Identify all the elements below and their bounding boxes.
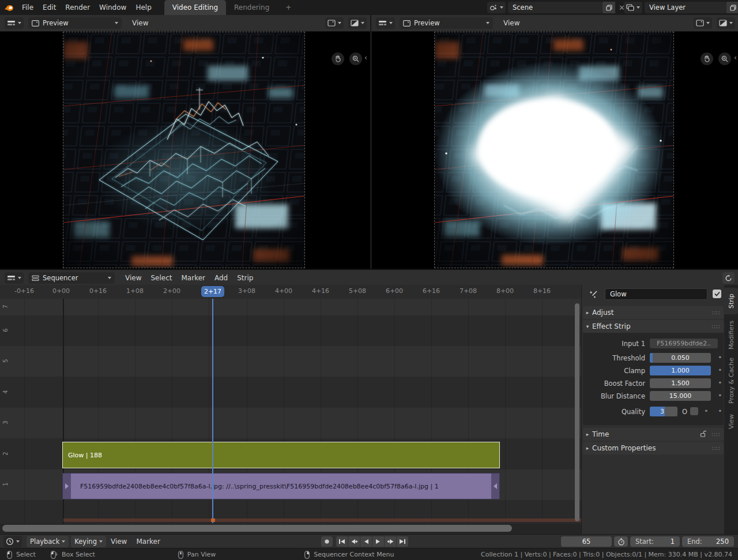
view-layer-new-copy-button[interactable] [726,2,738,13]
clamp-slider[interactable]: 1.000 [650,366,711,375]
lock-open-icon[interactable] [700,430,706,439]
overlay-toggle-button[interactable] [717,17,735,29]
quality-label: Quality [583,408,645,416]
pan-hand-gizmo[interactable] [701,52,713,65]
keying-popover[interactable]: Keying [71,536,106,547]
horizontal-scrollbar-thumb[interactable] [2,525,512,532]
preview-mode-dropdown[interactable]: Preview [28,17,122,29]
panel-adjust[interactable]: ▸ Adjust ∷∷ [583,306,724,319]
sequencer-menu-strip[interactable]: Strip [232,274,258,282]
display-channels-button[interactable] [694,17,712,29]
image-strip[interactable]: F516959bdfde2408eb8ee4c0bf57f8a6a-l.jpg:… [62,473,500,499]
sequencer-menu-view[interactable]: View [121,274,146,282]
zoom-gizmo[interactable] [349,52,362,65]
pan-hand-gizmo[interactable] [332,52,344,65]
strip-enable-checkbox[interactable] [713,290,721,298]
previous-keyframe-button[interactable] [348,536,360,547]
glow-effect-strip[interactable]: Glow | 188 [62,442,500,468]
record-button[interactable] [321,536,333,547]
quality-slider[interactable]: 3 [650,407,677,416]
animate-dot[interactable]: • [718,391,722,400]
blur-distance-field[interactable]: 15.000 [650,391,711,401]
playhead-range-marker [211,518,215,522]
animate-dot[interactable]: • [718,353,722,362]
view-layer-browse-button[interactable] [624,2,642,13]
panel-drag-grip[interactable]: ∷∷ [711,310,720,316]
editor-type-button[interactable] [5,272,24,284]
only-boost-checkbox[interactable] [690,407,698,415]
blender-logo-icon[interactable] [0,3,17,12]
playback-bar: Playback Keying View Marker [0,534,738,548]
sidebar-collapse-arrow[interactable]: ‹ [364,54,367,62]
frame-start-field[interactable]: Start: 1 [630,536,680,547]
timeline-ruler[interactable]: -0+16 0+00 0+16 1+08 2+00 3+08 4+00 4+16… [0,285,581,299]
sequencer-menu-add[interactable]: Add [210,274,232,282]
editor-type-button[interactable] [3,536,22,547]
overlay-toggle-button[interactable] [348,17,367,29]
editor-type-button[interactable] [376,17,395,29]
tab-strip[interactable]: Strip [724,288,738,314]
sequencer-menu-select[interactable]: Select [146,274,176,282]
image-icon [32,20,39,27]
panel-effect-strip[interactable]: ▾ Effect Strip ∷∷ [583,320,724,333]
strip-left-handle[interactable] [63,473,71,499]
use-preview-range-button[interactable] [614,536,628,547]
threshold-slider[interactable]: 0.050 [650,353,711,363]
menu-file[interactable]: File [17,3,38,12]
preview-canvas-left[interactable]: ‹ [0,32,370,269]
preview-mode-dropdown[interactable]: Preview [400,17,493,29]
next-keyframe-button[interactable] [385,536,396,547]
panel-drag-grip[interactable]: ∷∷ [711,445,720,452]
playback-menu-view[interactable]: View [106,538,131,546]
panel-drag-grip[interactable]: ∷∷ [711,324,720,330]
boost-factor-field[interactable]: 1.500 [650,378,711,388]
sequencer-view-type-dropdown[interactable]: Sequencer [28,272,115,284]
editor-type-button[interactable] [5,17,24,29]
strip-name-field[interactable]: Glow [605,288,707,300]
scene-new-copy-button[interactable] [603,2,615,13]
animate-dot[interactable]: • [718,378,722,387]
tab-video-editing[interactable]: Video Editing [164,0,226,15]
animate-dot[interactable]: • [718,366,722,374]
tab-rendering[interactable]: Rendering [226,0,277,15]
animate-dot[interactable]: • [718,407,722,415]
add-workspace-button[interactable]: + [277,0,299,15]
playback-popover[interactable]: Playback [27,536,69,547]
jump-to-start-button[interactable] [336,536,348,547]
vertical-scrollbar-thumb[interactable] [575,303,579,521]
tab-view[interactable]: View [724,409,738,434]
menu-help[interactable]: Help [131,3,156,12]
panel-custom-properties[interactable]: ▸ Custom Properties ∷∷ [583,442,724,454]
scene-name-field[interactable]: Scene [508,2,603,13]
sidebar-collapse-arrow[interactable]: ‹ [734,54,737,62]
jump-to-end-button[interactable] [397,536,408,547]
preview-view-menu[interactable]: View [127,19,153,27]
refresh-sequencer-button[interactable] [722,272,735,284]
frame-end-field[interactable]: End: 250 [682,536,734,547]
panel-time[interactable]: ▸ Time ∷∷ [583,428,724,441]
playback-menu-marker[interactable]: Marker [131,538,164,546]
preview-view-menu[interactable]: View [499,19,524,27]
panel-drag-grip[interactable]: ∷∷ [711,431,720,438]
effect-strip-type-button[interactable] [586,288,600,300]
play-button[interactable] [372,536,384,547]
display-channels-button[interactable] [325,17,344,29]
play-reverse-button[interactable] [360,536,372,547]
menu-render[interactable]: Render [61,3,95,12]
tab-proxy-cache[interactable]: Proxy & Cache [724,355,738,406]
view-layer-name-field[interactable]: View Layer [645,2,726,13]
tab-modifiers[interactable]: Modifiers [724,317,738,353]
playhead[interactable] [212,299,213,523]
current-frame-indicator[interactable]: 2+17 [201,286,224,297]
zoom-gizmo[interactable] [718,52,731,65]
animate-dot[interactable]: • [704,407,709,415]
current-frame-field[interactable]: 65 [561,536,612,547]
menu-edit[interactable]: Edit [38,3,61,12]
sequencer-menu-marker[interactable]: Marker [177,274,210,282]
preview-canvas-right[interactable]: ‹ [372,32,738,269]
sequencer-timeline[interactable]: 7 6 5 4 3 2 1 Glow | 188 F516959bdfde240… [0,299,581,534]
strip-right-handle[interactable] [491,473,499,499]
input1-field[interactable]: F516959bdfde2.. [650,339,718,348]
scene-browse-button[interactable] [487,2,506,13]
menu-window[interactable]: Window [95,3,131,12]
